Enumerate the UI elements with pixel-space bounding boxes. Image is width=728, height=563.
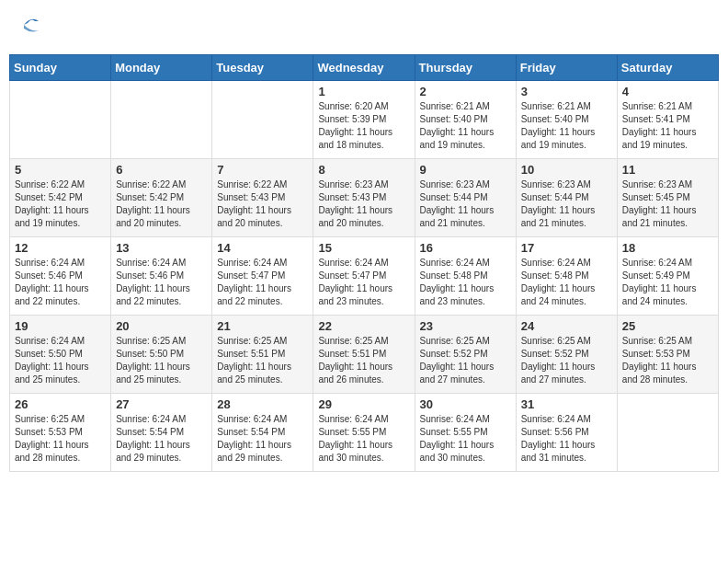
calendar-cell: 11Sunrise: 6:23 AM Sunset: 5:45 PM Dayli… <box>617 159 718 237</box>
calendar-cell: 7Sunrise: 6:22 AM Sunset: 5:43 PM Daylig… <box>212 159 313 237</box>
day-number: 2 <box>420 85 511 98</box>
day-info: Sunrise: 6:24 AM Sunset: 5:55 PM Dayligh… <box>420 413 511 465</box>
calendar-cell: 15Sunrise: 6:24 AM Sunset: 5:47 PM Dayli… <box>313 237 415 316</box>
weekday-header-friday: Friday <box>516 55 617 81</box>
day-number: 22 <box>318 319 409 333</box>
calendar-cell: 16Sunrise: 6:24 AM Sunset: 5:48 PM Dayli… <box>415 237 516 316</box>
calendar-cell <box>617 394 718 472</box>
day-number: 21 <box>217 319 308 333</box>
day-number: 19 <box>15 319 106 333</box>
calendar-cell: 8Sunrise: 6:23 AM Sunset: 5:43 PM Daylig… <box>313 159 415 237</box>
day-number: 31 <box>521 397 612 411</box>
calendar-cell: 28Sunrise: 6:24 AM Sunset: 5:54 PM Dayli… <box>212 394 313 472</box>
weekday-header-tuesday: Tuesday <box>212 55 313 81</box>
calendar-cell: 31Sunrise: 6:24 AM Sunset: 5:56 PM Dayli… <box>516 394 617 472</box>
day-info: Sunrise: 6:24 AM Sunset: 5:48 PM Dayligh… <box>420 257 511 308</box>
day-number: 17 <box>521 241 612 255</box>
day-number: 7 <box>217 163 308 177</box>
day-number: 3 <box>521 85 612 98</box>
logo-icon <box>20 14 42 36</box>
day-info: Sunrise: 6:21 AM Sunset: 5:40 PM Dayligh… <box>420 100 511 152</box>
day-number: 14 <box>217 241 308 255</box>
day-number: 15 <box>318 241 409 255</box>
day-number: 25 <box>622 319 713 333</box>
day-number: 8 <box>318 163 409 177</box>
day-info: Sunrise: 6:24 AM Sunset: 5:50 PM Dayligh… <box>15 335 106 386</box>
day-info: Sunrise: 6:25 AM Sunset: 5:52 PM Dayligh… <box>521 335 612 386</box>
calendar-cell: 1Sunrise: 6:20 AM Sunset: 5:39 PM Daylig… <box>313 81 415 159</box>
day-info: Sunrise: 6:24 AM Sunset: 5:48 PM Dayligh… <box>521 257 612 308</box>
page-header <box>9 9 719 45</box>
day-info: Sunrise: 6:24 AM Sunset: 5:49 PM Dayligh… <box>622 257 713 308</box>
day-info: Sunrise: 6:21 AM Sunset: 5:41 PM Dayligh… <box>622 100 713 152</box>
day-number: 30 <box>420 397 511 411</box>
day-number: 23 <box>420 319 511 333</box>
calendar-cell: 20Sunrise: 6:25 AM Sunset: 5:50 PM Dayli… <box>111 316 212 394</box>
day-info: Sunrise: 6:23 AM Sunset: 5:44 PM Dayligh… <box>521 178 612 230</box>
day-number: 18 <box>622 241 713 255</box>
day-info: Sunrise: 6:23 AM Sunset: 5:44 PM Dayligh… <box>420 178 511 230</box>
calendar-cell: 6Sunrise: 6:22 AM Sunset: 5:42 PM Daylig… <box>111 159 212 237</box>
calendar-week-2: 5Sunrise: 6:22 AM Sunset: 5:42 PM Daylig… <box>10 159 719 237</box>
calendar-cell <box>212 81 313 159</box>
calendar-cell: 26Sunrise: 6:25 AM Sunset: 5:53 PM Dayli… <box>10 394 111 472</box>
calendar-week-4: 19Sunrise: 6:24 AM Sunset: 5:50 PM Dayli… <box>10 316 719 394</box>
day-info: Sunrise: 6:21 AM Sunset: 5:40 PM Dayligh… <box>521 100 612 152</box>
day-number: 26 <box>15 397 106 411</box>
day-number: 4 <box>622 85 713 98</box>
calendar-cell: 13Sunrise: 6:24 AM Sunset: 5:46 PM Dayli… <box>111 237 212 316</box>
calendar-cell: 23Sunrise: 6:25 AM Sunset: 5:52 PM Dayli… <box>415 316 516 394</box>
day-info: Sunrise: 6:25 AM Sunset: 5:53 PM Dayligh… <box>622 335 713 386</box>
calendar-cell: 25Sunrise: 6:25 AM Sunset: 5:53 PM Dayli… <box>617 316 718 394</box>
day-number: 6 <box>116 163 207 177</box>
calendar-cell: 18Sunrise: 6:24 AM Sunset: 5:49 PM Dayli… <box>617 237 718 316</box>
calendar-cell: 24Sunrise: 6:25 AM Sunset: 5:52 PM Dayli… <box>516 316 617 394</box>
calendar-cell: 17Sunrise: 6:24 AM Sunset: 5:48 PM Dayli… <box>516 237 617 316</box>
calendar-cell: 27Sunrise: 6:24 AM Sunset: 5:54 PM Dayli… <box>111 394 212 472</box>
calendar-cell: 4Sunrise: 6:21 AM Sunset: 5:41 PM Daylig… <box>617 81 718 159</box>
day-info: Sunrise: 6:24 AM Sunset: 5:54 PM Dayligh… <box>116 413 207 465</box>
calendar-cell: 2Sunrise: 6:21 AM Sunset: 5:40 PM Daylig… <box>415 81 516 159</box>
day-info: Sunrise: 6:23 AM Sunset: 5:45 PM Dayligh… <box>622 178 713 230</box>
calendar-cell: 12Sunrise: 6:24 AM Sunset: 5:46 PM Dayli… <box>10 237 111 316</box>
weekday-header-saturday: Saturday <box>617 55 718 81</box>
weekday-header-thursday: Thursday <box>415 55 516 81</box>
day-number: 16 <box>420 241 511 255</box>
calendar-cell: 19Sunrise: 6:24 AM Sunset: 5:50 PM Dayli… <box>10 316 111 394</box>
calendar-cell: 3Sunrise: 6:21 AM Sunset: 5:40 PM Daylig… <box>516 81 617 159</box>
day-number: 29 <box>318 397 409 411</box>
calendar-week-1: 1Sunrise: 6:20 AM Sunset: 5:39 PM Daylig… <box>10 81 719 159</box>
calendar-cell: 30Sunrise: 6:24 AM Sunset: 5:55 PM Dayli… <box>415 394 516 472</box>
day-number: 9 <box>420 163 511 177</box>
day-number: 12 <box>15 241 106 255</box>
calendar-week-3: 12Sunrise: 6:24 AM Sunset: 5:46 PM Dayli… <box>10 237 719 316</box>
day-info: Sunrise: 6:25 AM Sunset: 5:52 PM Dayligh… <box>420 335 511 386</box>
day-number: 20 <box>116 319 207 333</box>
day-info: Sunrise: 6:24 AM Sunset: 5:46 PM Dayligh… <box>116 257 207 308</box>
day-info: Sunrise: 6:20 AM Sunset: 5:39 PM Dayligh… <box>318 100 409 152</box>
day-info: Sunrise: 6:24 AM Sunset: 5:54 PM Dayligh… <box>217 413 308 465</box>
day-number: 27 <box>116 397 207 411</box>
day-info: Sunrise: 6:24 AM Sunset: 5:55 PM Dayligh… <box>318 413 409 465</box>
calendar-cell: 29Sunrise: 6:24 AM Sunset: 5:55 PM Dayli… <box>313 394 415 472</box>
calendar-cell <box>111 81 212 159</box>
calendar-cell: 10Sunrise: 6:23 AM Sunset: 5:44 PM Dayli… <box>516 159 617 237</box>
calendar-table: SundayMondayTuesdayWednesdayThursdayFrid… <box>9 54 719 472</box>
day-info: Sunrise: 6:24 AM Sunset: 5:46 PM Dayligh… <box>15 257 106 308</box>
day-number: 24 <box>521 319 612 333</box>
calendar-week-5: 26Sunrise: 6:25 AM Sunset: 5:53 PM Dayli… <box>10 394 719 472</box>
day-number: 28 <box>217 397 308 411</box>
weekday-header-wednesday: Wednesday <box>313 55 415 81</box>
day-info: Sunrise: 6:22 AM Sunset: 5:42 PM Dayligh… <box>116 178 207 230</box>
calendar-cell: 22Sunrise: 6:25 AM Sunset: 5:51 PM Dayli… <box>313 316 415 394</box>
calendar-cell: 5Sunrise: 6:22 AM Sunset: 5:42 PM Daylig… <box>10 159 111 237</box>
day-info: Sunrise: 6:25 AM Sunset: 5:53 PM Dayligh… <box>15 413 106 465</box>
day-number: 13 <box>116 241 207 255</box>
calendar-cell <box>10 81 111 159</box>
day-info: Sunrise: 6:23 AM Sunset: 5:43 PM Dayligh… <box>318 178 409 230</box>
calendar-cell: 14Sunrise: 6:24 AM Sunset: 5:47 PM Dayli… <box>212 237 313 316</box>
day-number: 11 <box>622 163 713 177</box>
weekday-header-monday: Monday <box>111 55 212 81</box>
day-info: Sunrise: 6:24 AM Sunset: 5:47 PM Dayligh… <box>217 257 308 308</box>
day-info: Sunrise: 6:24 AM Sunset: 5:47 PM Dayligh… <box>318 257 409 308</box>
